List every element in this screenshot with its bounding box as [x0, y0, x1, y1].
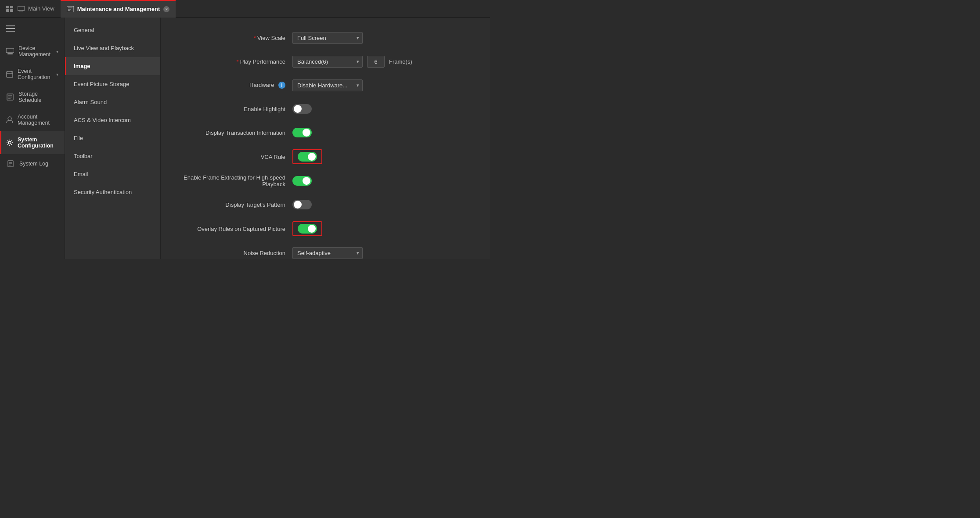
- view-scale-select[interactable]: Full Screen Original Scale Fit to Window: [292, 32, 363, 44]
- view-scale-row: *View Scale Full Screen Original Scale F…: [178, 31, 472, 45]
- display-transaction-row: Display Transaction Information: [178, 126, 472, 140]
- storage-schedule-icon: [6, 93, 14, 101]
- overlay-rules-row: Overlay Rules on Captured Picture: [178, 221, 472, 236]
- svg-rect-16: [7, 53, 13, 54]
- grid-icon: [6, 6, 14, 12]
- enable-highlight-control: [292, 104, 312, 114]
- overlay-rules-label: Overlay Rules on Captured Picture: [178, 226, 292, 232]
- toggle-knob-3: [308, 153, 316, 161]
- main-layout: Device Management ▾ Event Configuration …: [0, 18, 490, 259]
- maintenance-tab-label: Maintenance and Management: [77, 6, 160, 12]
- mid-menu-file[interactable]: File: [65, 129, 160, 147]
- hamburger-icon[interactable]: [0, 22, 65, 40]
- display-target-row: Display Target's Pattern: [178, 198, 472, 212]
- svg-rect-3: [10, 9, 13, 12]
- svg-rect-17: [7, 72, 13, 77]
- mid-menu-security-auth[interactable]: Security Authentication: [65, 183, 160, 201]
- overlay-rules-control: [292, 221, 322, 236]
- play-perf-row: *Play Performance Balanced(6) Fluent(4) …: [178, 54, 472, 68]
- sidebar-label-system-log: System Log: [19, 161, 48, 167]
- mid-menu-live-view[interactable]: Live View and Playback: [65, 39, 160, 57]
- mid-menu: General Live View and Playback Image Eve…: [65, 18, 161, 259]
- display-target-label: Display Target's Pattern: [178, 201, 292, 208]
- mid-menu-acs-video[interactable]: ACS & Video Intercom: [65, 111, 160, 129]
- svg-point-25: [8, 117, 11, 120]
- noise-reduction-label: Noise Reduction: [178, 250, 292, 256]
- enable-frame-toggle[interactable]: [292, 176, 312, 186]
- maintenance-icon: [67, 6, 74, 12]
- svg-rect-1: [10, 6, 13, 8]
- view-scale-select-wrapper: Full Screen Original Scale Fit to Window: [292, 32, 363, 44]
- mid-menu-alarm-sound[interactable]: Alarm Sound: [65, 93, 160, 111]
- vca-rule-label: VCA Rule: [178, 154, 292, 160]
- hardware-label: Hardware i: [178, 82, 292, 89]
- vca-rule-toggle[interactable]: [298, 152, 317, 162]
- mid-menu-image[interactable]: Image: [65, 57, 160, 75]
- sidebar: Device Management ▾ Event Configuration …: [0, 18, 65, 259]
- hardware-control: Disable Hardware... Enable Hardware: [292, 79, 363, 91]
- account-management-icon: [6, 115, 13, 124]
- view-scale-control: Full Screen Original Scale Fit to Window: [292, 32, 363, 44]
- sidebar-label-system-configuration: System Configuration: [18, 137, 58, 149]
- mid-menu-event-picture[interactable]: Event Picture Storage: [65, 75, 160, 93]
- sidebar-label-event-configuration: Event Configuration: [18, 68, 52, 80]
- sidebar-item-system-log[interactable]: System Log: [0, 154, 65, 173]
- enable-frame-control: [292, 176, 312, 186]
- play-perf-control: Balanced(6) Fluent(4) Real-time(8) Frame…: [292, 56, 412, 68]
- enable-highlight-toggle[interactable]: [292, 104, 312, 114]
- system-config-icon: [6, 138, 13, 147]
- play-perf-label: *Play Performance: [178, 58, 292, 65]
- enable-highlight-label: Enable Highlight: [178, 106, 292, 112]
- display-transaction-toggle[interactable]: [292, 128, 312, 137]
- display-transaction-control: [292, 128, 312, 137]
- close-tab-button[interactable]: ×: [163, 6, 169, 12]
- display-target-toggle[interactable]: [292, 200, 312, 209]
- noise-reduction-select[interactable]: Self-adaptive Close Level 1: [292, 247, 363, 259]
- overlay-rules-highlight-box: [292, 221, 322, 236]
- event-config-icon: [6, 70, 13, 79]
- vca-rule-row: VCA Rule: [178, 149, 472, 164]
- sidebar-label-account-management: Account Management: [18, 114, 58, 126]
- frame-label: Frame(s): [389, 58, 412, 65]
- device-management-icon: [6, 47, 14, 56]
- svg-point-26: [8, 141, 11, 144]
- noise-reduction-select-wrapper: Self-adaptive Close Level 1: [292, 247, 363, 259]
- top-bar: Main View Maintenance and Management ×: [0, 0, 490, 18]
- arrow-icon-2: ▾: [56, 72, 58, 77]
- main-view-tab[interactable]: Main View: [0, 0, 61, 18]
- svg-rect-15: [6, 48, 14, 53]
- arrow-icon: ▾: [56, 49, 58, 54]
- required-star: *: [254, 35, 256, 41]
- monitor-icon: [18, 6, 25, 11]
- hardware-select[interactable]: Disable Hardware... Enable Hardware: [292, 79, 363, 91]
- toggle-knob-4: [303, 177, 310, 185]
- main-view-label: Main View: [28, 5, 54, 12]
- enable-frame-label: Enable Frame Extracting for High-speed P…: [178, 174, 292, 187]
- sidebar-item-system-configuration[interactable]: System Configuration: [0, 131, 65, 154]
- main-content: *View Scale Full Screen Original Scale F…: [161, 18, 490, 259]
- mid-menu-toolbar[interactable]: Toolbar: [65, 147, 160, 165]
- noise-reduction-control: Self-adaptive Close Level 1: [292, 247, 363, 259]
- vca-rule-control: [292, 149, 322, 164]
- sidebar-label-device-management: Device Management: [18, 45, 52, 58]
- hardware-info-icon[interactable]: i: [278, 82, 285, 89]
- hardware-row: Hardware i Disable Hardware... Enable Ha…: [178, 78, 472, 92]
- svg-rect-4: [18, 6, 25, 11]
- svg-rect-0: [6, 6, 9, 8]
- mid-menu-general[interactable]: General: [65, 21, 160, 39]
- toggle-knob-2: [303, 129, 310, 137]
- mid-menu-email[interactable]: Email: [65, 165, 160, 183]
- overlay-rules-toggle[interactable]: [298, 224, 317, 234]
- enable-highlight-row: Enable Highlight: [178, 102, 472, 116]
- noise-reduction-row: Noise Reduction Self-adaptive Close Leve…: [178, 246, 472, 259]
- maintenance-tab[interactable]: Maintenance and Management ×: [61, 0, 176, 18]
- sidebar-item-event-configuration[interactable]: Event Configuration ▾: [0, 63, 65, 86]
- sidebar-item-account-management[interactable]: Account Management: [0, 108, 65, 131]
- display-target-control: [292, 200, 312, 209]
- frame-input[interactable]: [367, 56, 385, 68]
- toggle-knob-6: [308, 225, 316, 233]
- sidebar-item-device-management[interactable]: Device Management ▾: [0, 40, 65, 63]
- play-perf-select[interactable]: Balanced(6) Fluent(4) Real-time(8): [292, 56, 363, 68]
- enable-frame-row: Enable Frame Extracting for High-speed P…: [178, 174, 472, 188]
- sidebar-item-storage-schedule[interactable]: Storage Schedule: [0, 86, 65, 108]
